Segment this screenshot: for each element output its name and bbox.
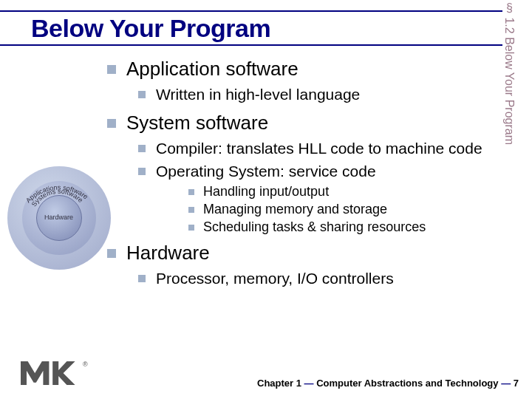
publisher-logo: [21, 361, 80, 386]
bullet-icon: [188, 207, 194, 213]
bullet-text: Written in high-level language: [156, 85, 360, 104]
registered-mark: ®: [83, 361, 88, 368]
bullet-icon: [188, 189, 194, 195]
svg-marker-3: [52, 361, 75, 385]
bullet-icon: [138, 145, 146, 152]
bullet-compiler: Compiler: translates HLL code to machine…: [138, 139, 510, 158]
bullet-icon: [188, 225, 194, 231]
bullet-icon: [138, 275, 146, 282]
bullet-os-io: Handling input/output: [188, 184, 510, 200]
bullet-application-software: Application software: [107, 58, 510, 81]
bullet-text: Managing memory and storage: [203, 202, 387, 217]
ring-label-inner: Hardware: [44, 214, 73, 221]
bullet-text: Compiler: translates HLL code to machine…: [156, 139, 482, 158]
bullet-system-software: System software: [107, 112, 510, 134]
footer-chapter: Chapter 1: [257, 378, 301, 389]
bullet-text: Application software: [126, 58, 299, 81]
bullet-text: Processor, memory, I/O controllers: [156, 269, 394, 288]
title-bar: Below Your Program: [0, 10, 502, 46]
bullet-os-memory: Managing memory and storage: [188, 202, 510, 217]
slide-title: Below Your Program: [31, 14, 270, 43]
slide-footer: Chapter 1 — Computer Abstractions and Te…: [257, 378, 519, 389]
layers-diagram: Applications software Systems software H…: [7, 166, 111, 270]
bullet-icon: [107, 65, 116, 74]
bullet-text: System software: [126, 112, 268, 134]
bullet-icon: [138, 168, 146, 175]
bullet-icon: [107, 119, 116, 128]
bullet-text: Operating System: service code: [156, 162, 376, 181]
footer-chapter-title: Computer Abstractions and Technology: [316, 378, 498, 389]
bullet-text: Handling input/output: [203, 184, 329, 200]
footer-page: 7: [514, 378, 519, 389]
bullet-os-scheduling: Scheduling tasks & sharing resources: [188, 219, 510, 235]
bullet-hw-components: Processor, memory, I/O controllers: [138, 269, 510, 288]
slide-content: Application software Written in high-lev…: [107, 58, 510, 291]
bullet-os: Operating System: service code: [138, 162, 510, 181]
bullet-written-hll: Written in high-level language: [138, 85, 510, 104]
bullet-text: Scheduling tasks & sharing resources: [203, 219, 426, 235]
bullet-icon: [138, 91, 146, 98]
bullet-hardware: Hardware: [107, 242, 510, 265]
svg-marker-2: [21, 361, 49, 385]
bullet-text: Hardware: [126, 242, 210, 265]
